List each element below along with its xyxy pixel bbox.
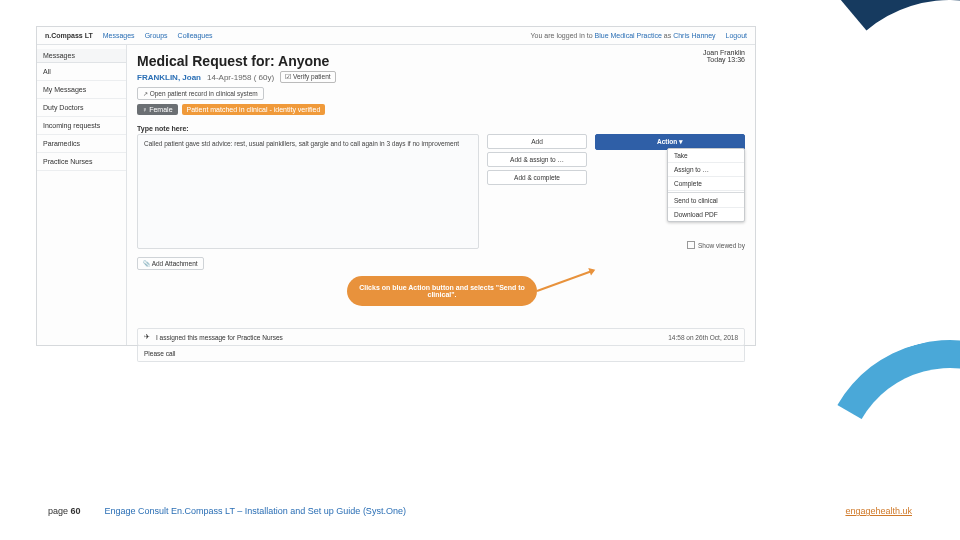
nav-groups[interactable]: Groups <box>145 32 168 39</box>
corner-info: Joan Franklin Today 13:36 <box>703 49 745 63</box>
corner-name: Joan Franklin <box>703 49 745 56</box>
action-menu: Take Assign to … Complete Send to clinic… <box>667 148 745 222</box>
log-subtext: Please call <box>137 346 745 362</box>
sex-badge: ♀ Female <box>137 104 178 115</box>
open-record-button[interactable]: Open patient record in clinical system <box>137 87 264 100</box>
nav-colleagues[interactable]: Colleagues <box>178 32 213 39</box>
top-nav: n.Compass LT Messages Groups Colleagues … <box>37 27 755 45</box>
slide-footer: page 60 Engage Consult En.Compass LT – I… <box>0 506 960 516</box>
add-complete-button[interactable]: Add & complete <box>487 170 587 185</box>
decor-arc-dark <box>766 0 960 314</box>
add-attachment-button[interactable]: Add Attachment <box>137 257 204 270</box>
callout-bubble: Clicks on blue Action button and selects… <box>347 276 537 306</box>
login-status: You are logged in to Blue Medical Practi… <box>531 32 716 39</box>
corner-time: Today 13:36 <box>703 56 745 63</box>
doc-title: Engage Consult En.Compass LT – Installat… <box>105 506 406 516</box>
menu-download-pdf[interactable]: Download PDF <box>668 208 744 221</box>
site-link[interactable]: engagehealth.uk <box>845 506 912 516</box>
menu-send-clinical[interactable]: Send to clinical <box>668 194 744 208</box>
practice-link[interactable]: Blue Medical Practice <box>595 32 662 39</box>
sidebar-header: Messages <box>37 49 126 63</box>
menu-assign[interactable]: Assign to … <box>668 163 744 177</box>
sidebar: Messages All My Messages Duty Doctors In… <box>37 45 127 345</box>
patient-subline: FRANKLIN, Joan 14-Apr-1958 ( 60y) ☑ Veri… <box>137 71 745 83</box>
patient-dob: 14-Apr-1958 ( 60y) <box>207 73 274 82</box>
patient-name[interactable]: FRANKLIN, Joan <box>137 73 201 82</box>
send-icon: ✈ <box>144 333 150 341</box>
activity-log-row[interactable]: ✈ I assigned this message for Practice N… <box>137 328 745 346</box>
sidebar-item-incoming[interactable]: Incoming requests <box>37 117 126 135</box>
show-viewed-checkbox[interactable] <box>687 241 695 249</box>
sidebar-item-dutydoctors[interactable]: Duty Doctors <box>37 99 126 117</box>
note-input[interactable]: Called patient gave std advice: rest, us… <box>137 134 479 249</box>
sidebar-item-practicenurses[interactable]: Practice Nurses <box>37 153 126 171</box>
menu-complete[interactable]: Complete <box>668 177 744 191</box>
show-viewed-label: Show viewed by <box>698 242 745 249</box>
add-assign-button[interactable]: Add & assign to … <box>487 152 587 167</box>
page-title: Medical Request for: Anyone <box>137 53 745 69</box>
brand: n.Compass LT <box>45 32 93 39</box>
sidebar-item-mymessages[interactable]: My Messages <box>37 81 126 99</box>
add-button[interactable]: Add <box>487 134 587 149</box>
note-label: Type note here: <box>137 125 745 132</box>
nav-messages[interactable]: Messages <box>103 32 135 39</box>
verify-patient-button[interactable]: ☑ Verify patient <box>280 71 335 83</box>
log-timestamp: 14:58 on 26th Oct, 2018 <box>668 334 738 341</box>
main-panel: Joan Franklin Today 13:36 Medical Reques… <box>127 45 755 345</box>
logout-link[interactable]: Logout <box>726 32 747 39</box>
menu-take[interactable]: Take <box>668 149 744 163</box>
callout-arrow <box>537 270 594 292</box>
sidebar-item-all[interactable]: All <box>37 63 126 81</box>
page-number: page 60 <box>48 506 81 516</box>
sidebar-item-paramedics[interactable]: Paramedics <box>37 135 126 153</box>
match-badge: Patient matched in clinical - identity v… <box>182 104 326 115</box>
log-text: I assigned this message for Practice Nur… <box>156 334 283 341</box>
user-link[interactable]: Chris Hanney <box>673 32 715 39</box>
app-screenshot: n.Compass LT Messages Groups Colleagues … <box>36 26 756 346</box>
